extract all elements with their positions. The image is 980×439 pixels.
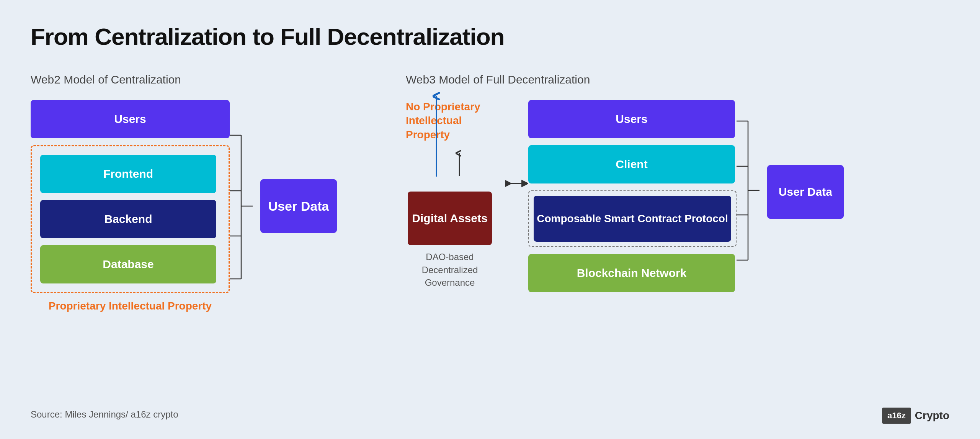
- web2-content: Users Frontend Backend Database Propriet…: [31, 100, 360, 312]
- web3-user-data-block: User Data: [767, 165, 844, 219]
- web2-title: Web2 Model of Centralization: [31, 73, 360, 86]
- logo-area: a16z Crypto: [882, 408, 949, 424]
- web2-users-block: Users: [31, 100, 230, 138]
- composable-block: Composable Smart Contract Protocol: [534, 196, 731, 242]
- blockchain-block: Blockchain Network: [528, 254, 735, 292]
- page-title: From Centralization to Full Decentraliza…: [31, 23, 949, 50]
- web2-backend-block: Backend: [40, 200, 216, 238]
- web3-client-block: Client: [528, 145, 735, 183]
- no-prop-label: No Proprietary Intellectual Property: [406, 100, 494, 142]
- web3-right-stack: Users Client Composable Smart Contract P…: [528, 100, 737, 292]
- web3-content: No Proprietary Intellectual Property Dig…: [406, 100, 949, 292]
- web2-users-row: Users: [31, 100, 230, 138]
- web2-dashed-box: Frontend Backend Database: [31, 145, 230, 293]
- prop-label: Proprietary Intellectual Property: [31, 300, 230, 312]
- web2-database-block: Database: [40, 245, 216, 283]
- web2-bracket-svg: [230, 114, 253, 298]
- web3-left-area: No Proprietary Intellectual Property Dig…: [406, 100, 494, 289]
- page: From Centralization to Full Decentraliza…: [0, 0, 980, 439]
- web3-title: Web3 Model of Full Decentralization: [406, 73, 949, 86]
- web2-user-data-block: User Data: [260, 179, 337, 233]
- web3-dashed-box: Composable Smart Contract Protocol: [528, 190, 737, 247]
- web3-right-area: Users Client Composable Smart Contract P…: [528, 100, 737, 292]
- double-arrow-svg: [505, 176, 528, 191]
- logo-text: Crypto: [915, 410, 949, 422]
- web2-stacks: Users Frontend Backend Database Propriet…: [31, 100, 230, 312]
- vertical-arrow-svg: [429, 92, 444, 184]
- web3-connector: User Data: [737, 100, 844, 284]
- web2-frontend-block: Frontend: [40, 155, 216, 193]
- web3-users-block: Users: [528, 100, 735, 138]
- digital-assets-block: Digital Assets: [408, 192, 492, 245]
- horizontal-arrow: [505, 176, 528, 191]
- web2-diagram: Web2 Model of Centralization Users Front…: [31, 73, 360, 312]
- web3-diagram: Web3 Model of Full Decentralization No P…: [406, 73, 949, 292]
- source-text: Source: Miles Jennings/ a16z crypto: [31, 409, 178, 420]
- web2-connector: User Data: [230, 114, 337, 298]
- logo-box: a16z: [882, 408, 911, 424]
- dao-label: DAO-based Decentralized Governance: [408, 251, 492, 289]
- diagrams-row: Web2 Model of Centralization Users Front…: [31, 73, 949, 312]
- web3-bracket-svg: [737, 100, 760, 284]
